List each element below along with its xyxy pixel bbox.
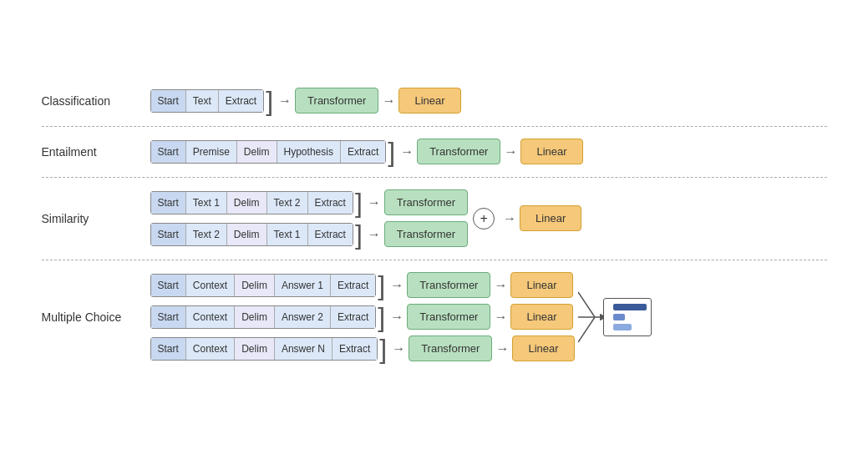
multi-choice-block: Start Context Delim Answer 1 Extract ] →… <box>150 272 575 362</box>
token-hypothesis: Hypothesis <box>277 141 341 163</box>
token-extract-e: Extract <box>341 141 385 163</box>
token-extract-mc2: Extract <box>331 306 375 328</box>
arrow-e2: → <box>504 144 517 159</box>
token-group-mc2: Start Context Delim Answer 2 Extract ] <box>150 304 388 330</box>
section-multiplechoice: Multiple Choice Start Context Delim Answ… <box>42 260 827 374</box>
pipeline-classification: Start Text Extract ] → Transformer → Lin… <box>150 88 827 114</box>
arrow-mc2b: → <box>494 310 507 325</box>
tokens-entailment: Start Premise Delim Hypothesis Extract <box>150 140 387 164</box>
softmax-bar-1 <box>613 304 647 310</box>
box-transformer-mc3: Transformer <box>409 335 492 361</box>
token-text2-s1: Text 2 <box>267 192 308 214</box>
token-start-s2: Start <box>151 224 186 245</box>
box-linear-mc1: Linear <box>510 272 572 298</box>
mc-row2: Start Context Delim Answer 2 Extract ] →… <box>150 304 575 330</box>
token-group-mc3: Start Context Delim Answer N Extract ] <box>150 335 389 362</box>
arrow-mc1b: → <box>494 278 507 293</box>
token-text1-s1: Text 1 <box>186 192 227 214</box>
arrow1: → <box>278 93 292 108</box>
box-linear-mc2: Linear <box>510 304 572 330</box>
token-delim-mc1: Delim <box>235 275 275 296</box>
softmax-box <box>603 298 652 336</box>
tokens-mc3: Start Context Delim Answer N Extract <box>150 337 378 361</box>
token-extract: Extract <box>219 90 263 112</box>
token-group-entailment: Start Premise Delim Hypothesis Extract ] <box>150 139 398 165</box>
token-start-mc2: Start <box>151 306 186 328</box>
token-text: Text <box>186 90 219 112</box>
token-extract-mc1: Extract <box>331 275 375 296</box>
bracket-right: ] <box>266 88 273 114</box>
bracket-mc3: ] <box>379 335 387 362</box>
softmax-bar-3 <box>613 324 632 330</box>
plus-circle: + <box>473 208 495 230</box>
token-group-classification: Start Text Extract ] <box>150 88 276 114</box>
svg-line-0 <box>578 292 595 317</box>
token-start-s1: Start <box>151 192 186 214</box>
tokens-classification: Start Text Extract <box>150 89 265 113</box>
arrow-mc2a: → <box>390 310 404 325</box>
bracket-right-e: ] <box>388 139 395 165</box>
token-answern-mc3: Answer N <box>275 338 332 360</box>
token-delim-s1: Delim <box>227 192 267 214</box>
token-delim-e: Delim <box>237 141 277 163</box>
similarity-block: Start Text 1 Delim Text 2 Extract ] → Tr… <box>150 189 469 248</box>
box-linear-mc3: Linear <box>512 335 574 361</box>
label-classification: Classification <box>42 94 150 108</box>
token-extract-s2: Extract <box>308 224 353 245</box>
token-context-mc2: Context <box>186 306 235 328</box>
similarity-row2: Start Text 2 Delim Text 1 Extract ] → Tr… <box>150 221 469 248</box>
token-start-mc1: Start <box>151 275 186 296</box>
diagram: Classification Start Text Extract ] → Tr… <box>25 68 844 382</box>
box-transformer-mc1: Transformer <box>407 272 490 298</box>
arrow-s2: → <box>368 227 381 242</box>
arrow2: → <box>382 93 395 108</box>
box-linear-similarity: Linear <box>520 205 581 231</box>
box-transformer-s1: Transformer <box>384 189 468 215</box>
box-linear-entailment: Linear <box>520 139 582 164</box>
box-linear-classification: Linear <box>398 88 460 114</box>
label-similarity: Similarity <box>42 212 150 225</box>
label-multiplechoice: Multiple Choice <box>42 310 150 324</box>
tokens-mc1: Start Context Delim Answer 1 Extract <box>150 274 377 297</box>
bracket-right-s2: ] <box>355 221 363 248</box>
token-extract-mc3: Extract <box>332 338 377 360</box>
token-answer2-mc2: Answer 2 <box>275 306 331 328</box>
label-entailment: Entailment <box>42 145 150 159</box>
mc-lines-svg <box>578 280 603 355</box>
box-transformer-classification: Transformer <box>295 88 378 114</box>
arrow-plus: → <box>503 211 516 226</box>
tokens-mc2: Start Context Delim Answer 2 Extract <box>150 305 377 329</box>
mc-row1: Start Context Delim Answer 1 Extract ] →… <box>150 272 575 299</box>
token-text2-s2: Text 2 <box>186 224 227 245</box>
section-classification: Classification Start Text Extract ] → Tr… <box>42 76 827 127</box>
token-start-e: Start <box>151 141 186 163</box>
softmax-bar-2 <box>613 314 625 320</box>
token-group-sim2: Start Text 2 Delim Text 1 Extract ] <box>150 221 364 248</box>
token-delim-mc2: Delim <box>235 306 275 328</box>
tokens-sim1: Start Text 1 Delim Text 2 Extract <box>150 191 353 214</box>
similarity-row1: Start Text 1 Delim Text 2 Extract ] → Tr… <box>150 189 469 216</box>
pipeline-entailment: Start Premise Delim Hypothesis Extract ]… <box>150 139 827 165</box>
arrow-mc3b: → <box>495 341 509 356</box>
softmax-bars <box>613 304 647 330</box>
box-transformer-entailment: Transformer <box>417 139 500 164</box>
arrow-e1: → <box>400 144 414 159</box>
token-context-mc1: Context <box>186 275 235 296</box>
token-premise: Premise <box>186 141 237 163</box>
token-group-sim1: Start Text 1 Delim Text 2 Extract ] <box>150 189 364 216</box>
token-answer1-mc1: Answer 1 <box>275 275 331 296</box>
arrow-mc3a: → <box>392 341 405 356</box>
box-transformer-s2: Transformer <box>384 221 468 247</box>
bracket-right-s1: ] <box>355 189 363 216</box>
token-delim-s2: Delim <box>227 224 267 245</box>
token-context-mc3: Context <box>186 338 235 360</box>
section-similarity: Similarity Start Text 1 Delim Text 2 Ext… <box>42 178 827 260</box>
bracket-mc1: ] <box>378 272 385 299</box>
bracket-mc2: ] <box>378 304 385 330</box>
token-group-mc1: Start Context Delim Answer 1 Extract ] <box>150 272 388 299</box>
section-entailment: Entailment Start Premise Delim Hypothesi… <box>42 127 827 178</box>
svg-line-2 <box>578 317 595 342</box>
token-text1-s2: Text 1 <box>267 224 308 245</box>
token-start: Start <box>151 90 186 112</box>
token-delim-mc3: Delim <box>235 338 275 360</box>
